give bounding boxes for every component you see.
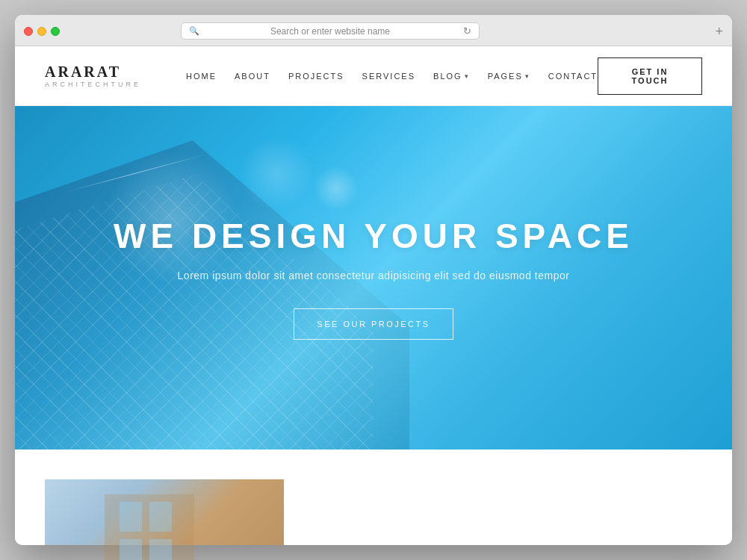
nav-projects[interactable]: PROJECTS: [288, 72, 344, 81]
svg-rect-4: [149, 539, 172, 545]
address-text: Search or enter website name: [204, 26, 456, 37]
browser-chrome: 🔍 Search or enter website name ↻ +: [15, 15, 732, 46]
hero-subtitle: Lorem ipsum dolor sit amet consectetur a…: [114, 270, 633, 281]
nav-contact[interactable]: CONTACT: [548, 72, 598, 81]
website-content: ARARAT ARCHITECHTURE HOME ABOUT PROJECTS…: [15, 46, 732, 545]
nav-pages[interactable]: PAGES ▾: [488, 72, 530, 81]
brand-name: ARARAT: [45, 63, 121, 81]
below-hero-section: ABOUT US: [15, 449, 732, 545]
maximize-button[interactable]: [51, 27, 60, 36]
refresh-icon[interactable]: ↻: [463, 25, 471, 37]
nav-blog[interactable]: BLOG ▾: [433, 72, 470, 81]
new-tab-button[interactable]: +: [715, 25, 723, 38]
minimize-button[interactable]: [37, 27, 46, 36]
chevron-down-icon: ▾: [525, 72, 530, 80]
lens-flare-3: [314, 166, 359, 211]
navbar: ARARAT ARCHITECHTURE HOME ABOUT PROJECTS…: [15, 46, 732, 106]
browser-window: 🔍 Search or enter website name ↻ + ARARA…: [15, 15, 732, 545]
hero-section: WE DESIGN YOUR SPACE Lorem ipsum dolor s…: [15, 106, 732, 449]
hero-content: WE DESIGN YOUR SPACE Lorem ipsum dolor s…: [114, 216, 633, 340]
brand-subtitle: ARCHITECHTURE: [45, 81, 141, 88]
svg-rect-3: [120, 539, 142, 545]
nav-services[interactable]: SERVICES: [362, 72, 415, 81]
nav-about[interactable]: ABOUT: [235, 72, 270, 81]
chevron-down-icon: ▾: [465, 72, 470, 80]
get-in-touch-button[interactable]: GET IN TOUCH: [598, 57, 702, 95]
svg-rect-1: [120, 502, 142, 532]
svg-rect-2: [149, 502, 172, 532]
hero-title: WE DESIGN YOUR SPACE: [114, 216, 633, 256]
close-button[interactable]: [24, 27, 33, 36]
search-icon: 🔍: [189, 26, 199, 36]
nav-home[interactable]: HOME: [186, 72, 217, 81]
brand-logo[interactable]: ARARAT ARCHITECHTURE: [45, 63, 141, 88]
about-image: ABOUT US: [45, 479, 284, 545]
address-bar[interactable]: 🔍 Search or enter website name ↻: [181, 22, 480, 40]
lens-flare-2: [239, 136, 314, 211]
nav-links: HOME ABOUT PROJECTS SERVICES BLOG ▾ PAGE…: [186, 72, 598, 81]
traffic-lights: [24, 27, 60, 36]
aircraft-trail: [62, 154, 206, 193]
see-projects-button[interactable]: SEE OUR PROJECTS: [294, 308, 453, 340]
